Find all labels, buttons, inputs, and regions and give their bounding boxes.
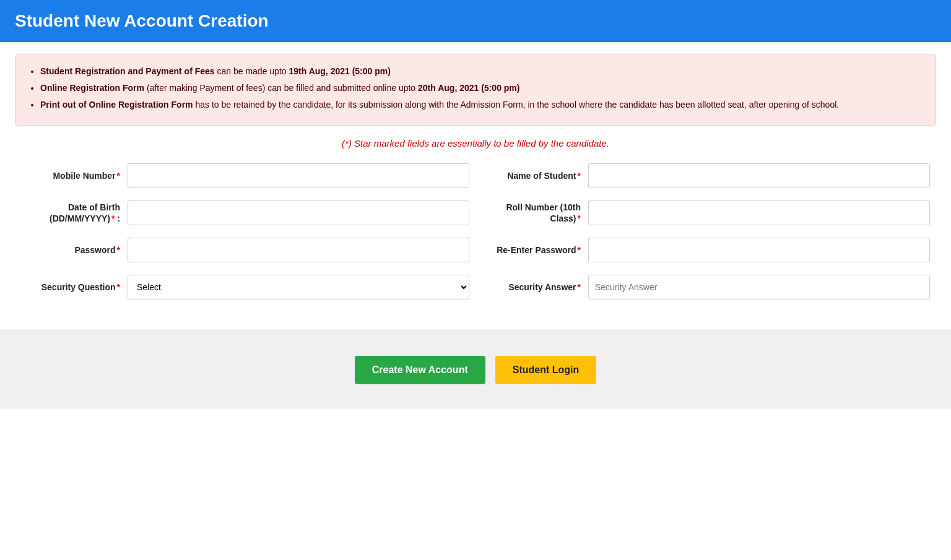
roll-number-group: Roll Number (10thClass)* xyxy=(482,200,930,225)
notice-box: Student Registration and Payment of Fees… xyxy=(15,54,936,126)
reenter-password-label: Re-Enter Password* xyxy=(482,245,581,255)
star-note: (*) Star marked fields are essentially t… xyxy=(15,138,936,149)
create-account-button[interactable]: Create New Account xyxy=(355,356,485,384)
page-title: Student New Account Creation xyxy=(15,11,936,31)
password-group: Password* xyxy=(21,238,469,262)
name-of-student-label: Name of Student* xyxy=(482,171,581,181)
notice-item-3: Print out of Online Registration Form ha… xyxy=(40,98,923,111)
dob-group: Date of Birth(DD/MM/YYYY)* : xyxy=(21,200,469,225)
page-header: Student New Account Creation xyxy=(0,0,951,42)
security-question-select[interactable]: Select What is your pet name? What is yo… xyxy=(128,275,469,299)
notice-item-2: Online Registration Form (after making P… xyxy=(40,82,923,95)
mobile-number-input[interactable] xyxy=(128,163,469,188)
security-answer-input[interactable] xyxy=(588,275,930,299)
mobile-number-group: Mobile Number* xyxy=(21,163,469,188)
password-label: Password* xyxy=(21,245,120,255)
notice-item-1: Student Registration and Payment of Fees… xyxy=(40,65,923,78)
roll-number-label: Roll Number (10thClass)* xyxy=(482,202,581,224)
registration-form: Mobile Number* Name of Student* Date of … xyxy=(15,163,936,299)
roll-number-input[interactable] xyxy=(588,200,930,225)
security-answer-label: Security Answer* xyxy=(482,282,581,292)
student-login-button[interactable]: Student Login xyxy=(495,356,597,384)
mobile-number-label: Mobile Number* xyxy=(21,171,120,181)
form-row-3: Password* Re-Enter Password* xyxy=(21,238,930,262)
name-of-student-input[interactable] xyxy=(588,163,930,188)
password-input[interactable] xyxy=(128,238,469,262)
form-row-4: Security Question* Select What is your p… xyxy=(21,275,930,299)
form-row-2: Date of Birth(DD/MM/YYYY)* : Roll Number… xyxy=(21,200,930,225)
footer-actions: Create New Account Student Login xyxy=(0,331,951,409)
security-answer-group: Security Answer* xyxy=(482,275,930,299)
name-of-student-group: Name of Student* xyxy=(482,163,930,188)
dob-label: Date of Birth(DD/MM/YYYY)* : xyxy=(21,202,120,224)
security-question-group: Security Question* Select What is your p… xyxy=(21,275,469,299)
form-row-1: Mobile Number* Name of Student* xyxy=(21,163,930,188)
reenter-password-group: Re-Enter Password* xyxy=(482,238,930,262)
dob-input[interactable] xyxy=(128,200,469,225)
security-question-label: Security Question* xyxy=(21,282,120,292)
main-content: Student Registration and Payment of Fees… xyxy=(0,42,951,324)
reenter-password-input[interactable] xyxy=(588,238,930,262)
